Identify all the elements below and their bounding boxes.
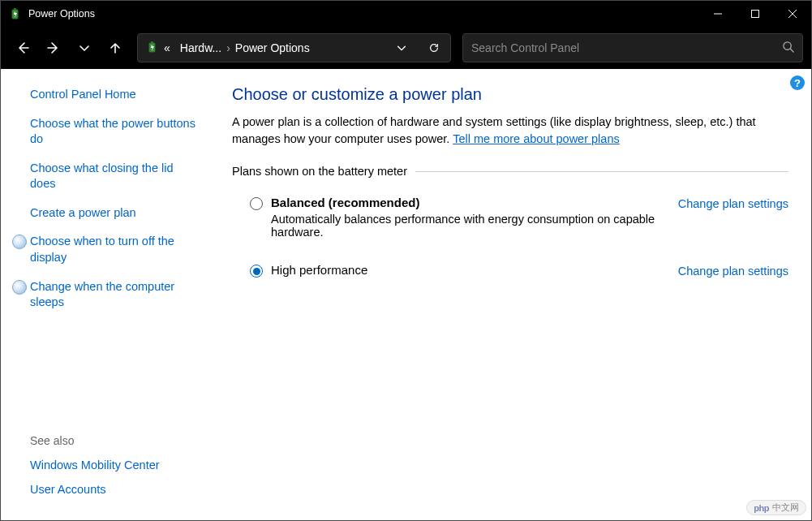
- breadcrumb-prefix[interactable]: «: [159, 41, 175, 54]
- forward-button[interactable]: [40, 34, 67, 62]
- window-title: Power Options: [28, 8, 95, 19]
- search-input[interactable]: [471, 41, 782, 54]
- search-box[interactable]: [462, 33, 803, 62]
- control-panel-home-link[interactable]: Control Panel Home: [30, 87, 201, 103]
- sidebar-link-closing-lid[interactable]: Choose what closing the lid does: [30, 161, 201, 192]
- plan-high-performance-name[interactable]: High performance: [271, 263, 662, 277]
- svg-rect-3: [752, 11, 759, 18]
- navbar: « Hardw... › Power Options: [1, 27, 811, 69]
- plan-balanced: Balanced (recommended) Automatically bal…: [232, 189, 788, 245]
- see-also-user-accounts[interactable]: User Accounts: [30, 483, 201, 496]
- svg-line-9: [790, 49, 793, 52]
- sidebar: Control Panel Home Choose what the power…: [1, 69, 216, 520]
- plans-group-header: Plans shown on the battery meter: [232, 164, 788, 178]
- titlebar: Power Options: [1, 1, 811, 27]
- window: Power Options « Hardw... › Power Options: [0, 0, 812, 521]
- plan-high-performance-change-link[interactable]: Change plan settings: [678, 265, 788, 278]
- sidebar-link-create-plan[interactable]: Create a power plan: [30, 205, 201, 222]
- watermark-text: 中文网: [772, 502, 799, 514]
- see-also-label: See also: [30, 434, 201, 447]
- minimize-button[interactable]: [699, 1, 737, 27]
- up-button[interactable]: [101, 34, 129, 62]
- plan-balanced-change-link[interactable]: Change plan settings: [678, 197, 788, 210]
- maximize-button[interactable]: [737, 1, 774, 27]
- plans-group-label: Plans shown on the battery meter: [232, 165, 415, 178]
- watermark-brand: php: [754, 503, 769, 513]
- close-button[interactable]: [774, 1, 811, 27]
- page-description: A power plan is a collection of hardware…: [232, 114, 788, 148]
- watermark: php 中文网: [746, 500, 806, 515]
- plan-balanced-name[interactable]: Balanced (recommended): [271, 196, 662, 209]
- see-also-mobility-center[interactable]: Windows Mobility Center: [30, 459, 201, 471]
- svg-rect-1: [14, 8, 16, 10]
- location-icon: [146, 41, 159, 56]
- recent-dropdown-button[interactable]: [71, 34, 98, 62]
- breadcrumb-hardware[interactable]: Hardw...: [175, 41, 226, 54]
- breadcrumb-power-options[interactable]: Power Options: [230, 41, 315, 54]
- learn-more-link[interactable]: Tell me more about power plans: [453, 132, 620, 145]
- back-button[interactable]: [9, 34, 37, 62]
- sidebar-link-sleep[interactable]: Change when the computer sleeps: [30, 279, 201, 311]
- refresh-button[interactable]: [418, 34, 450, 62]
- app-icon: [9, 7, 22, 20]
- plan-high-performance: High performance Change plan settings: [232, 256, 788, 284]
- main-panel: Choose or customize a power plan A power…: [216, 69, 811, 520]
- page-heading: Choose or customize a power plan: [232, 85, 788, 104]
- plan-balanced-desc: Automatically balances performance with …: [271, 213, 662, 239]
- address-bar[interactable]: « Hardw... › Power Options: [137, 33, 451, 62]
- svg-rect-7: [151, 41, 153, 43]
- svg-point-8: [784, 41, 791, 49]
- help-icon[interactable]: ?: [790, 75, 805, 90]
- plan-balanced-radio[interactable]: [250, 197, 263, 210]
- sidebar-link-power-buttons[interactable]: Choose what the power buttons do: [30, 116, 201, 148]
- plan-high-performance-radio[interactable]: [250, 265, 263, 278]
- content-area: ? Control Panel Home Choose what the pow…: [1, 69, 811, 520]
- search-icon[interactable]: [782, 41, 794, 56]
- address-history-button[interactable]: [385, 34, 418, 62]
- sidebar-link-display-off[interactable]: Choose when to turn off the display: [30, 234, 201, 265]
